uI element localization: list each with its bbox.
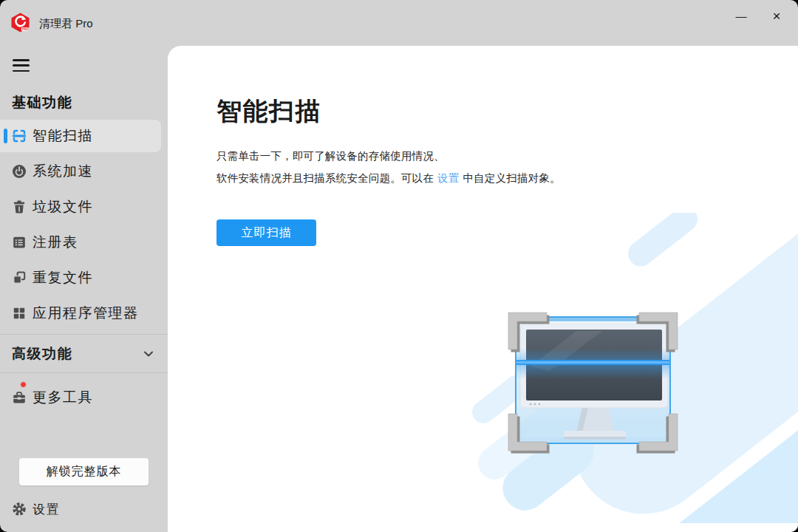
hamburger-icon [13, 59, 30, 61]
active-indicator [4, 129, 7, 143]
app-window: PRO 清理君 Pro — × 基础功能 智能扫描 系统加速 [0, 0, 798, 532]
toolbox-icon [12, 390, 27, 405]
logo-pro-badge: PRO [22, 28, 28, 31]
sidebar-item-label: 智能扫描 [33, 126, 93, 146]
sidebar-item-label: 设置 [33, 501, 60, 518]
close-button[interactable]: × [763, 4, 791, 28]
sidebar-item-system-boost[interactable]: 系统加速 [0, 155, 161, 188]
scan-illustration [458, 213, 798, 523]
scan-icon [12, 129, 27, 143]
duplicate-files-icon [12, 270, 27, 285]
section-header-basic: 基础功能 [12, 93, 72, 112]
scan-line [516, 348, 669, 379]
section-advanced-toggle[interactable]: 高级功能 [0, 337, 161, 369]
sidebar-item-duplicate-files[interactable]: 重复文件 [0, 262, 161, 294]
page-title: 智能扫描 [216, 95, 321, 129]
chevron-down-icon [142, 347, 155, 361]
sidebar-item-junk-files[interactable]: 垃圾文件 [0, 191, 161, 223]
sidebar-item-label: 重复文件 [33, 268, 93, 287]
sidebar-item-label: 注册表 [33, 233, 78, 252]
trash-icon [12, 200, 27, 214]
gear-icon [12, 502, 27, 516]
description-line2-post: 中自定义扫描对象。 [463, 172, 560, 184]
menu-toggle-button[interactable] [13, 59, 30, 72]
sidebar-item-label: 应用程序管理器 [33, 304, 139, 323]
close-icon: × [772, 9, 780, 23]
description-line2: 软件安装情况并且扫描系统安全问题。可以在设置中自定义扫描对象。 [216, 167, 561, 189]
description-line2-pre: 软件安装情况并且扫描系统安全问题。可以在 [216, 172, 434, 184]
scan-now-button[interactable]: 立即扫描 [216, 219, 316, 246]
minimize-button[interactable]: — [727, 4, 755, 28]
unlock-full-version-button[interactable]: 解锁完整版本 [19, 458, 149, 485]
sidebar-item-smart-scan[interactable]: 智能扫描 [0, 120, 161, 152]
sidebar-divider [0, 334, 168, 335]
sidebar-divider [0, 372, 168, 373]
app-grid-icon [12, 306, 27, 321]
app-title: 清理君 Pro [39, 17, 93, 31]
sidebar-item-app-manager[interactable]: 应用程序管理器 [0, 297, 161, 330]
description-line1: 只需单击一下，即可了解设备的存储使用情况、 [216, 145, 561, 167]
app-logo-icon: PRO [10, 13, 30, 33]
sidebar-item-label: 更多工具 [33, 388, 93, 407]
description: 只需单击一下，即可了解设备的存储使用情况、 软件安装情况并且扫描系统安全问题。可… [216, 145, 561, 189]
sidebar-item-registry[interactable]: 注册表 [0, 226, 161, 259]
power-icon [12, 164, 27, 179]
notification-badge [20, 381, 27, 388]
sidebar-item-label: 系统加速 [33, 162, 93, 181]
sidebar-item-label: 垃圾文件 [33, 197, 93, 216]
sidebar-item-settings[interactable]: 设置 [0, 494, 161, 525]
section-header-advanced: 高级功能 [12, 344, 72, 364]
main-content: 智能扫描 只需单击一下，即可了解设备的存储使用情况、 软件安装情况并且扫描系统安… [168, 46, 798, 532]
registry-list-icon [12, 235, 27, 250]
minimize-icon: — [736, 10, 747, 21]
settings-link[interactable]: 设置 [437, 172, 459, 184]
